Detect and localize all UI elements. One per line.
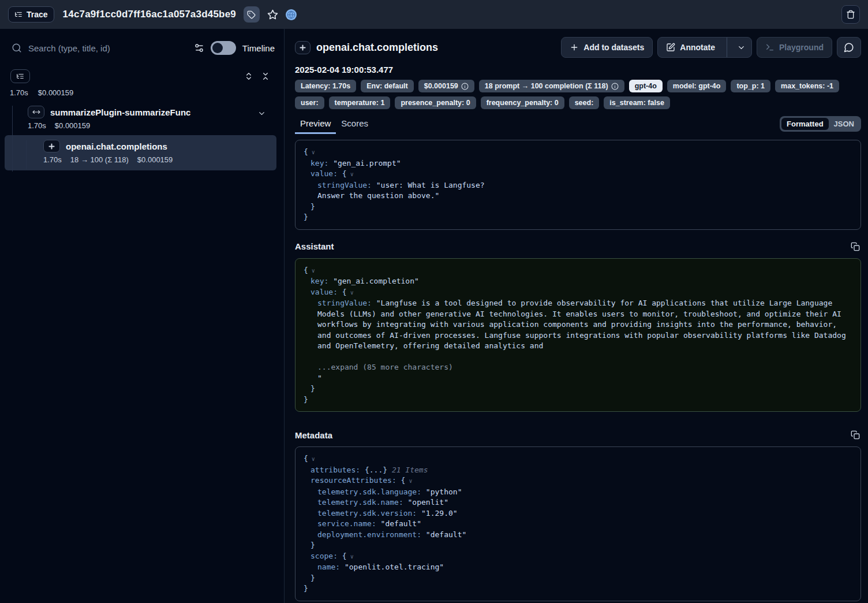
annotate-split-button: Annotate xyxy=(657,37,752,58)
code-line: key: "gen_ai.prompt" xyxy=(304,158,852,169)
code-brace: {...} xyxy=(365,466,387,474)
copy-icon xyxy=(851,242,860,251)
trace-tree: summarizePlugin-summarizeFunc 1.70s $0.0… xyxy=(0,105,284,170)
badge-label: $0.000159 xyxy=(424,82,458,90)
node-label: summarizePlugin-summarizeFunc xyxy=(50,107,190,117)
trace-root-chip[interactable] xyxy=(10,69,30,83)
add-to-datasets-button[interactable]: Add to datasets xyxy=(561,37,653,58)
chevron-down-icon[interactable] xyxy=(257,109,266,118)
collapse-chevron-icon[interactable]: ∨ xyxy=(405,478,412,484)
code-brace: } xyxy=(310,384,315,393)
code-key: deployment.environment: xyxy=(317,530,426,539)
badge: 18 prompt → 100 completion (Σ 118) xyxy=(479,80,624,92)
code-key: key: xyxy=(310,277,333,285)
comments-button[interactable] xyxy=(837,37,861,58)
tree-node-summarize-func[interactable]: summarizePlugin-summarizeFunc 1.70s $0.0… xyxy=(0,105,284,130)
format-option-formatted[interactable]: Formatted xyxy=(781,118,829,130)
observation-detail-panel: openai.chat.completions Add to datasets … xyxy=(285,29,868,603)
timeline-toggle[interactable] xyxy=(211,41,236,55)
node-tokens: 18 → 100 (Σ 118) xyxy=(70,155,129,164)
collapse-chevron-icon[interactable]: ∨ xyxy=(308,456,315,462)
code-line: attributes: {...} 21 Items xyxy=(304,465,852,476)
code-line: resourceAttributes: { ∨ xyxy=(304,475,852,487)
star-button[interactable] xyxy=(267,9,278,20)
code-str: "default" xyxy=(426,530,466,539)
code-brace: { xyxy=(342,288,347,296)
playground-button[interactable]: Playground xyxy=(757,37,832,58)
assistant-section-title: Assistant xyxy=(295,241,334,251)
collapse-chevron-icon[interactable]: ∨ xyxy=(308,267,315,274)
collapse-chevron-icon[interactable]: ∨ xyxy=(347,289,354,296)
filter-settings-button[interactable] xyxy=(194,43,204,53)
code-line: telemetry.sdk.language: "python" xyxy=(304,487,852,498)
code-brace: } xyxy=(310,541,315,549)
code-key: value: xyxy=(310,288,342,296)
code-str: "openlit" xyxy=(408,498,448,507)
code-line xyxy=(304,352,852,363)
collapse-chevron-icon[interactable]: ∨ xyxy=(347,553,354,560)
code-str: Answer the question above." xyxy=(317,191,439,200)
code-line: scope: { ∨ xyxy=(304,551,852,563)
metadata-section-title: Metadata xyxy=(295,430,332,440)
code-brace: } xyxy=(310,202,315,211)
code-brace: { xyxy=(304,147,308,156)
badge-label: 18 prompt → 100 completion (Σ 118) xyxy=(485,82,608,90)
code-key: service.name: xyxy=(317,519,381,528)
chevrons-down-up-icon xyxy=(261,72,270,81)
badge: is_stream: false xyxy=(604,96,670,109)
metadata-json-block: { ∨attributes: {...} 21 ItemsresourceAtt… xyxy=(295,446,861,601)
code-str: "python" xyxy=(426,487,462,496)
tree-node-openai-chat-completions[interactable]: openai.chat.completions 1.70s 18 → 100 (… xyxy=(5,135,276,170)
badge-label: max_tokens: -1 xyxy=(781,82,833,90)
collapse-chevron-icon[interactable]: ∨ xyxy=(308,149,315,155)
format-option-json[interactable]: JSON xyxy=(829,118,859,130)
info-icon[interactable] xyxy=(461,83,469,90)
node-cost: $0.000159 xyxy=(137,155,173,164)
expand-all-button[interactable] xyxy=(244,72,253,81)
star-icon xyxy=(267,9,278,20)
badge: model: gpt-4o xyxy=(667,80,727,92)
generation-icon xyxy=(295,41,310,54)
user-avatar[interactable] xyxy=(286,9,297,20)
collapse-all-button[interactable] xyxy=(261,72,270,81)
timeline-label: Timeline xyxy=(242,43,275,53)
code-brace: } xyxy=(304,584,308,593)
trace-cost: $0.000159 xyxy=(38,88,73,97)
code-line: key: "gen_ai.completion" xyxy=(304,276,852,287)
terminal-icon xyxy=(765,43,775,52)
globe-icon xyxy=(287,10,295,19)
tree-guide-line xyxy=(26,140,27,169)
tab-scores[interactable]: Scores xyxy=(336,116,373,134)
code-line: Answer the question above." xyxy=(304,191,852,202)
code-line: telemetry.sdk.version: "1.29.0" xyxy=(304,508,852,519)
code-key: stringValue: xyxy=(317,299,376,307)
tab-preview[interactable]: Preview xyxy=(295,116,336,134)
annotate-button[interactable]: Annotate xyxy=(658,38,722,57)
code-key: attributes: xyxy=(310,466,365,474)
badge-label: gpt-4o xyxy=(635,82,657,90)
annotate-dropdown-button[interactable] xyxy=(732,38,751,57)
tag-button[interactable] xyxy=(244,6,260,23)
delete-trace-button[interactable] xyxy=(841,5,860,24)
code-key: telemetry.sdk.name: xyxy=(317,498,408,507)
collapse-chevron-icon[interactable]: ∨ xyxy=(347,171,354,177)
code-str: "gen_ai.prompt" xyxy=(333,159,401,168)
trace-label: Trace xyxy=(27,10,48,19)
code-line: stringValue: "user: What is Langfuse? xyxy=(304,180,852,191)
page-title: openai.chat.completions xyxy=(316,42,438,54)
code-line: value: { ∨ xyxy=(304,169,852,180)
trace-tree-sidebar: Timeline xyxy=(0,29,285,603)
code-line: " xyxy=(304,373,852,384)
code-brace: { xyxy=(342,552,347,560)
badge-label: presence_penalty: 0 xyxy=(401,99,470,107)
code-line: } xyxy=(304,540,852,551)
code-brace: { xyxy=(304,266,308,274)
copy-button[interactable] xyxy=(850,241,861,252)
search-input[interactable] xyxy=(28,43,188,53)
expand-button[interactable]: ...expand (85 more characters) xyxy=(317,363,453,371)
code-line: service.name: "default" xyxy=(304,519,852,530)
copy-button[interactable] xyxy=(850,429,861,441)
code-brace: { xyxy=(304,454,308,463)
code-key: telemetry.sdk.language: xyxy=(317,487,426,496)
info-icon[interactable] xyxy=(611,83,619,90)
